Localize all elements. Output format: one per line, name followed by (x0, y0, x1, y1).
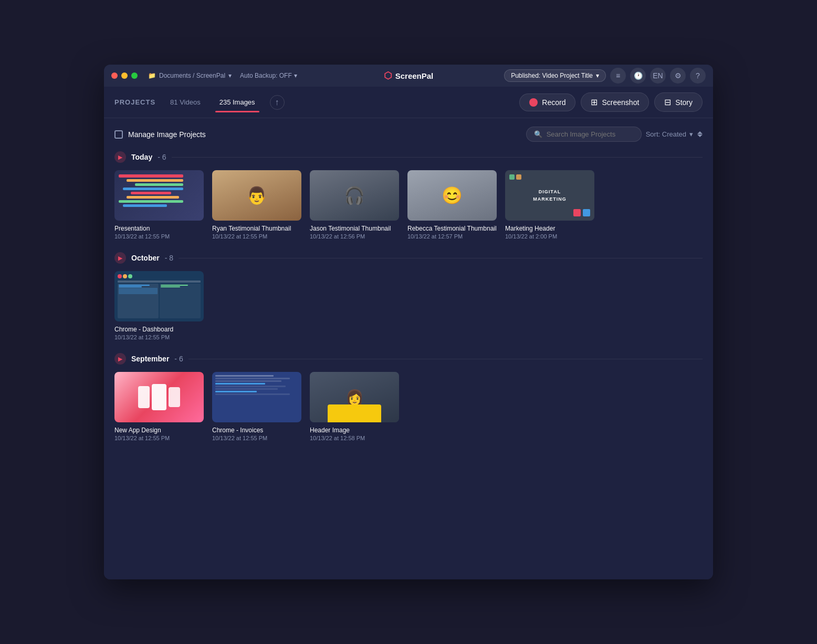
section-september-line (188, 359, 703, 359)
select-all-checkbox[interactable] (114, 130, 123, 139)
card-ryan[interactable]: 👨 Ryan Testimonial Thumbnail 10/13/22 at… (212, 170, 301, 240)
search-bar: 🔍 Sort: Created ▾ (526, 127, 703, 142)
card-jason[interactable]: 🎧 Jason Testimonial Thumbnail 10/13/22 a… (310, 170, 399, 240)
section-today: ▶ Today - 6 (114, 151, 703, 240)
folder-path[interactable]: 📁 Documents / ScreenPal ▾ (148, 72, 232, 79)
card-new-app-design-date: 10/13/22 at 12:55 PM (114, 435, 204, 441)
thumb-header-image: 👩 (310, 372, 399, 422)
queue-button[interactable]: ≡ (610, 68, 626, 84)
app-title-text: ScreenPal (395, 71, 434, 80)
thumb-presentation (114, 170, 204, 221)
search-input[interactable] (547, 130, 634, 138)
section-october-chevron[interactable]: ▶ (114, 252, 126, 264)
title-bar-right: Published: Video Project Title ▾ ≡ 🕐 EN … (504, 68, 706, 84)
thumb-chrome-invoices (212, 372, 301, 422)
minimize-button[interactable] (121, 72, 128, 79)
thumb-rebecca: 😊 (407, 170, 497, 221)
section-today-line (172, 157, 703, 158)
language-label: EN (653, 71, 663, 80)
section-september-chevron[interactable]: ▶ (114, 353, 126, 365)
card-header-image-date: 10/13/22 at 12:58 PM (310, 435, 399, 441)
screenshot-icon: ⊞ (591, 97, 598, 107)
title-bar-left: 📁 Documents / ScreenPal ▾ Auto Backup: O… (144, 72, 498, 79)
thumb-chrome-dashboard (114, 271, 204, 321)
manage-bar: Manage Image Projects 🔍 Sort: Created ▾ (114, 127, 703, 142)
card-marketing[interactable]: DIGITAL MARKETING Market (505, 170, 594, 240)
close-button[interactable] (111, 72, 118, 79)
add-project-button[interactable]: ↑ (270, 95, 285, 110)
card-presentation-date: 10/13/22 at 12:55 PM (114, 233, 204, 240)
projects-label: PROJECTS (114, 98, 155, 106)
card-marketing-date: 10/13/22 at 2:00 PM (505, 233, 594, 240)
card-ryan-date: 10/13/22 at 12:55 PM (212, 233, 301, 240)
backup-text: Auto Backup: OFF (240, 72, 292, 79)
section-today-chevron[interactable]: ▶ (114, 151, 126, 163)
section-september-header: ▶ September - 6 (114, 353, 703, 365)
section-september-grid: New App Design 10/13/22 at 12:55 PM (114, 372, 703, 441)
sort-chevron-icon: ▾ (689, 130, 693, 138)
settings-button[interactable]: ⚙ (670, 68, 686, 84)
record-dot-icon (529, 98, 538, 107)
tab-videos[interactable]: 81 Videos (166, 96, 205, 108)
card-presentation[interactable]: Presentation 10/13/22 at 12:55 PM (114, 170, 204, 240)
section-september: ▶ September - 6 New App Design (114, 353, 703, 441)
story-label: Story (675, 98, 693, 107)
screenshot-button[interactable]: ⊞ Screenshot (581, 92, 649, 112)
section-october-count: - 8 (165, 254, 173, 262)
card-new-app-design[interactable]: New App Design 10/13/22 at 12:55 PM (114, 372, 204, 441)
card-rebecca[interactable]: 😊 Rebecca Testimonial Thumbnail 10/13/22… (407, 170, 497, 240)
folder-path-text: Documents / ScreenPal (159, 72, 225, 79)
story-button[interactable]: ⊟ Story (654, 92, 703, 112)
publish-chevron-icon: ▾ (596, 72, 599, 79)
search-icon: 🔍 (534, 130, 542, 138)
section-october-grid: Chrome - Dashboard 10/13/22 at 12:55 PM (114, 271, 703, 340)
folder-icon: 📁 (148, 72, 156, 79)
history-button[interactable]: 🕐 (630, 68, 646, 84)
thumb-new-app-design (114, 372, 204, 422)
card-header-image-title: Header Image (310, 427, 399, 434)
manage-left: Manage Image Projects (114, 130, 206, 139)
toolbar: PROJECTS 81 Videos 235 Images ↑ Record ⊞… (104, 87, 713, 118)
card-chrome-dashboard-title: Chrome - Dashboard (114, 326, 204, 333)
thumb-jason: 🎧 (310, 170, 399, 221)
section-october: ▶ October - 8 (114, 252, 703, 340)
record-label: Record (542, 98, 565, 107)
maximize-button[interactable] (131, 72, 138, 79)
chevron-down-icon: ▾ (228, 72, 232, 79)
auto-backup[interactable]: Auto Backup: OFF ▾ (240, 72, 297, 79)
tab-images[interactable]: 235 Images (215, 96, 259, 108)
manage-title: Manage Image Projects (128, 130, 206, 139)
section-today-header: ▶ Today - 6 (114, 151, 703, 163)
thumb-marketing: DIGITAL MARKETING (505, 170, 594, 221)
toolbar-actions: Record ⊞ Screenshot ⊟ Story (519, 92, 703, 112)
title-bar: 📁 Documents / ScreenPal ▾ Auto Backup: O… (104, 65, 713, 87)
screenshot-label: Screenshot (602, 98, 639, 107)
traffic-lights (111, 72, 138, 79)
card-chrome-invoices[interactable]: Chrome - Invoices 10/13/22 at 12:55 PM (212, 372, 301, 441)
publish-button[interactable]: Published: Video Project Title ▾ (504, 69, 606, 82)
card-chrome-dashboard[interactable]: Chrome - Dashboard 10/13/22 at 12:55 PM (114, 271, 204, 340)
screenpal-logo-icon: ⬡ (384, 70, 392, 81)
card-jason-date: 10/13/22 at 12:56 PM (310, 233, 399, 240)
story-icon: ⊟ (664, 97, 671, 107)
section-october-line (179, 258, 703, 258)
section-october-title: October (131, 254, 160, 262)
publish-label: Published: Video Project Title (511, 72, 593, 79)
language-button[interactable]: EN (650, 68, 666, 84)
card-chrome-dashboard-date: 10/13/22 at 12:55 PM (114, 334, 204, 340)
sort-label: Sort: Created (646, 130, 686, 138)
backup-chevron-icon: ▾ (294, 72, 297, 79)
card-new-app-design-title: New App Design (114, 427, 204, 434)
app-title: ⬡ ScreenPal (384, 70, 434, 81)
record-button[interactable]: Record (519, 94, 575, 111)
card-jason-title: Jason Testimonial Thumbnail (310, 225, 399, 232)
section-today-grid: Presentation 10/13/22 at 12:55 PM 👨 Ryan… (114, 170, 703, 240)
sort-button[interactable]: Sort: Created ▾ (646, 130, 693, 138)
content-area: Manage Image Projects 🔍 Sort: Created ▾ (104, 118, 713, 579)
section-september-title: September (131, 355, 169, 363)
sort-order-toggle[interactable] (697, 131, 703, 137)
card-marketing-title: Marketing Header (505, 225, 594, 232)
card-header-image[interactable]: 👩 Header Image 10/13/22 at 12:58 PM (310, 372, 399, 441)
section-october-header: ▶ October - 8 (114, 252, 703, 264)
help-button[interactable]: ? (690, 68, 706, 84)
